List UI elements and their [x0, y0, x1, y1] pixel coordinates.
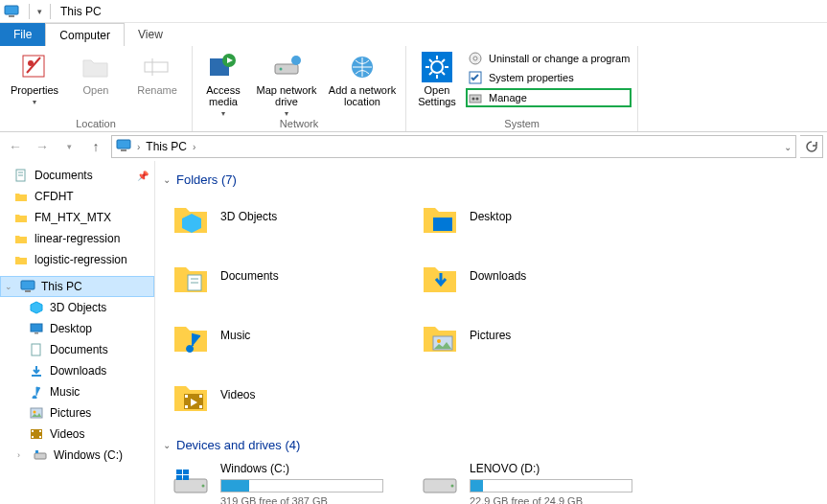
drive-windows-c[interactable]: Windows (C:) 319 GB free of 387 GB	[171, 462, 410, 504]
svg-rect-56	[185, 405, 188, 408]
tree-item-windows-c[interactable]: › Windows (C:)	[0, 445, 154, 466]
folders-section-header[interactable]: ⌄ Folders (7)	[163, 172, 827, 187]
manage-button[interactable]: Manage	[466, 88, 632, 107]
desktop-icon	[420, 196, 460, 237]
documents-icon	[13, 168, 29, 183]
tab-computer[interactable]: Computer	[45, 23, 125, 46]
svg-rect-46	[34, 453, 46, 459]
svg-point-66	[451, 485, 454, 488]
folder-videos[interactable]: Videos	[171, 375, 410, 415]
3d-objects-icon	[29, 300, 44, 315]
folder-3d-objects[interactable]: 3D Objects	[171, 196, 410, 237]
back-button[interactable]: ←	[4, 135, 27, 158]
breadcrumb-caret-icon[interactable]: ›	[193, 142, 195, 152]
svg-rect-8	[275, 64, 298, 74]
tree-item-music[interactable]: Music	[0, 381, 154, 402]
svg-rect-64	[183, 475, 189, 480]
refresh-icon	[805, 140, 818, 153]
navigation-pane: Documents 📌 CFDHT FM_HTX_MTX linear-regr…	[0, 161, 155, 504]
group-label-system: System	[412, 118, 632, 131]
svg-rect-43	[32, 436, 34, 438]
music-icon	[29, 384, 44, 400]
system-properties-button[interactable]: System properties	[466, 69, 632, 86]
desktop-icon	[29, 321, 44, 336]
forward-button: →	[31, 135, 54, 158]
drive-lenovo-d[interactable]: LENOVO (D:) 22.9 GB free of 24.9 GB	[420, 462, 659, 504]
tree-item-this-pc[interactable]: ⌄ This PC	[0, 276, 154, 297]
address-history-dropdown[interactable]: ⌄	[784, 142, 792, 152]
media-icon	[208, 52, 239, 82]
folder-documents[interactable]: Documents	[171, 256, 410, 296]
folder-music[interactable]: Music	[171, 315, 410, 355]
expand-caret-icon[interactable]: ⌄	[5, 282, 14, 291]
tree-item-logreg[interactable]: logistic-regression	[0, 249, 154, 270]
drives-grid: Windows (C:) 319 GB free of 387 GB LENOV…	[161, 462, 827, 504]
settings-gear-icon	[422, 52, 452, 82]
content-pane: ⌄ Folders (7) 3D Objects Desktop Documen…	[155, 161, 827, 504]
tree-item-documents[interactable]: Documents	[0, 339, 154, 360]
this-pc-icon	[4, 4, 19, 19]
downloads-icon	[420, 256, 460, 296]
qat-dropdown-icon[interactable]: ▾	[34, 7, 46, 16]
tree-item-videos[interactable]: Videos	[0, 424, 154, 445]
folder-icon	[13, 231, 29, 246]
svg-rect-1	[9, 15, 14, 17]
svg-rect-55	[185, 395, 188, 398]
tree-item-downloads[interactable]: Downloads	[0, 360, 154, 381]
tree-item-cfdht[interactable]: CFDHT	[0, 186, 154, 207]
tab-view[interactable]: View	[125, 23, 176, 46]
capacity-fill	[471, 480, 483, 492]
uninstall-program-button[interactable]: Uninstall or change a program	[466, 50, 632, 67]
folder-downloads[interactable]: Downloads	[420, 256, 659, 296]
ribbon-tabs: File Computer View	[0, 23, 827, 46]
folder-pictures[interactable]: Pictures	[420, 315, 659, 355]
group-label-network: Network	[198, 118, 400, 131]
folder-desktop[interactable]: Desktop	[420, 196, 659, 237]
ribbon-group-system: Open Settings Uninstall or change a prog…	[406, 46, 638, 131]
documents-icon	[171, 256, 211, 296]
address-bar[interactable]: › This PC › ⌄	[111, 135, 796, 158]
tree-item-pictures[interactable]: Pictures	[0, 402, 154, 424]
add-network-location-button[interactable]: Add a network location	[325, 48, 400, 118]
breadcrumb-this-pc[interactable]: This PC	[146, 140, 187, 153]
globe-icon	[347, 52, 378, 82]
svg-rect-62	[183, 470, 189, 474]
drives-section-header[interactable]: ⌄ Devices and drives (4)	[163, 438, 827, 452]
svg-point-26	[472, 98, 475, 101]
map-network-drive-button[interactable]: Map network drive ▾	[252, 48, 321, 118]
dropdown-icon: ▾	[221, 109, 225, 118]
svg-point-27	[476, 98, 479, 101]
svg-rect-48	[433, 218, 452, 231]
folder-icon	[13, 252, 29, 267]
tree-item-3d-objects[interactable]: 3D Objects	[0, 297, 154, 318]
tree-item-documents[interactable]: Documents 📌	[0, 165, 154, 186]
videos-icon	[171, 375, 211, 415]
refresh-button[interactable]	[800, 135, 823, 158]
svg-rect-45	[39, 436, 41, 438]
svg-rect-36	[34, 332, 38, 334]
3d-objects-icon	[171, 196, 211, 237]
rename-button: Rename	[128, 48, 186, 118]
svg-rect-37	[32, 344, 40, 355]
tab-file[interactable]: File	[0, 23, 45, 46]
hdd-icon	[420, 466, 460, 496]
navigation-bar: ← → ▾ ↑ › This PC › ⌄	[0, 132, 827, 161]
access-media-button[interactable]: Access media ▾	[198, 48, 248, 118]
rename-icon	[142, 52, 172, 82]
ribbon: Properties ▾ Open Rename Location	[0, 46, 827, 132]
properties-button[interactable]: Properties ▾	[6, 48, 63, 118]
svg-point-9	[280, 68, 283, 71]
expand-caret-icon[interactable]: ›	[17, 450, 27, 460]
recent-locations-button[interactable]: ▾	[57, 135, 80, 158]
checklist-icon	[468, 70, 483, 85]
tree-item-linreg[interactable]: linear-regression	[0, 228, 154, 249]
drive-icon	[33, 447, 48, 463]
pictures-icon	[420, 315, 460, 355]
open-settings-button[interactable]: Open Settings	[412, 48, 462, 118]
breadcrumb-caret-icon[interactable]: ›	[137, 142, 140, 152]
tree-item-desktop[interactable]: Desktop	[0, 318, 154, 339]
tree-item-fm[interactable]: FM_HTX_MTX	[0, 207, 154, 228]
svg-rect-25	[470, 95, 481, 103]
properties-icon	[19, 52, 50, 82]
up-button[interactable]: ↑	[84, 135, 107, 158]
